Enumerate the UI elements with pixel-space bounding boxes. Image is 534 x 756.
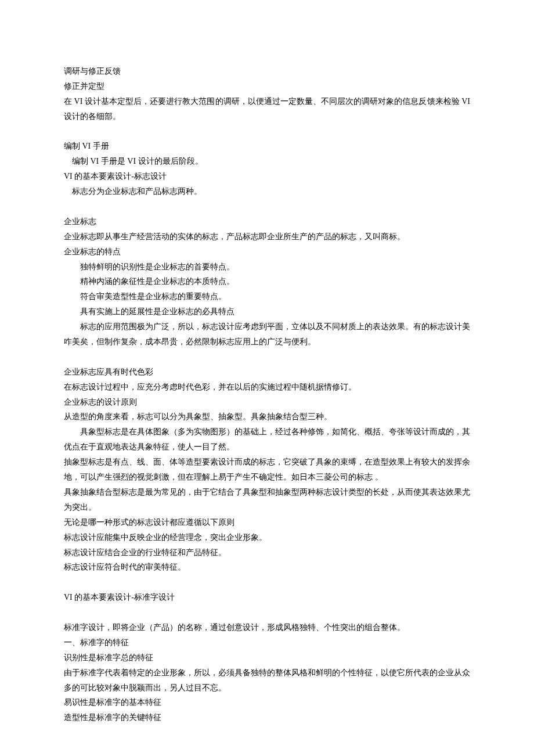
text-line: 独特鲜明的识别性是企业标志的首要特点。 (64, 260, 470, 275)
text-line: 从造型的角度来看，标志可以分为具象型、抽象型。具象抽象结合型三种。 (64, 409, 470, 424)
text-line: 具象型标志是在具体图象（多为实物图形）的基础上，经过各种修饰，如简化、概括、夸张… (64, 424, 470, 455)
text-line: 易识性是标准字的基本特征 (64, 695, 470, 710)
text-line: 在标志设计过程中，应充分考虑时代色彩，并在以后的实施过程中随机据情修订。 (64, 380, 470, 395)
text-line: 无论是哪一种形式的标志设计都应遵循以下原则 (64, 515, 470, 530)
blank-line (64, 575, 470, 590)
text-line: 标志设计应符合时代的审美特征。 (64, 560, 470, 575)
text-line: VI 的基本要素设计-标准字设计 (64, 590, 470, 605)
text-line: 标志设计应结合企业的行业特征和产品特征。 (64, 545, 470, 560)
text-line: 调研与修正反馈 (64, 64, 470, 79)
text-line: VI 的基本要素设计-标志设计 (64, 169, 470, 184)
text-line: 识别性是标准字总的特征 (64, 650, 470, 665)
blank-line (64, 350, 470, 365)
text-line: 企业标志 (64, 214, 470, 229)
text-line: 企业标志应具有时代色彩 (64, 365, 470, 380)
text-line: 具象抽象结合型标志是最为常见的，由于它结合了具象型和抽象型两种标志设计类型的长处… (64, 485, 470, 515)
text-line: 抽象型标志是有点、线、面、体等造型要素设计而成的标志，它突破了具象的束缚，在造型… (64, 455, 470, 485)
text-line: 在 VI 设计基本定型后，还要进行教大范围的调研，以便通过一定数量、不同层次的调… (64, 94, 470, 124)
text-line: 一、标准字的特征 (64, 635, 470, 650)
text-line: 企业标志即从事生产经营活动的实体的标志，产品标志即企业所生产的产品的标志，又叫商… (64, 229, 470, 244)
text-line: 标志分为企业标志和产品标志两种。 (64, 184, 470, 199)
text-line: 编制 VI 手册 (64, 139, 470, 154)
text-line: 符合审美造型性是企业标志的重要特点。 (64, 289, 470, 304)
blank-line (64, 124, 470, 139)
text-line: 由于标准字代表着特定的企业形象，所以，必须具备独特的整体风格和鲜明的个性特征，以… (64, 665, 470, 696)
text-line: 标志设计应能集中反映企业的经营理念，突出企业形象。 (64, 530, 470, 545)
text-line: 企业标志的设计原则 (64, 395, 470, 410)
blank-line (64, 605, 470, 620)
text-line: 造型性是标准字的关键特征 (64, 710, 470, 725)
text-line: 标志的应用范围极为广泛，所以，标志设计应考虑到平面，立体以及不同材质上的表达效果… (64, 319, 470, 350)
text-line: 编制 VI 手册是 VI 设计的最后阶段。 (64, 154, 470, 169)
text-line: 企业标志的特点 (64, 244, 470, 260)
blank-line (64, 199, 470, 214)
text-line: 标准字设计，即将企业（产品）的名称，通过创意设计，形成风格独特、个性突出的组合整… (64, 620, 470, 635)
text-line: 修正并定型 (64, 79, 470, 94)
text-line: 具有实施上的延展性是企业标志的必具特点 (64, 304, 470, 319)
text-line: 精神内涵的象征性是企业标志的本质特点。 (64, 274, 470, 289)
